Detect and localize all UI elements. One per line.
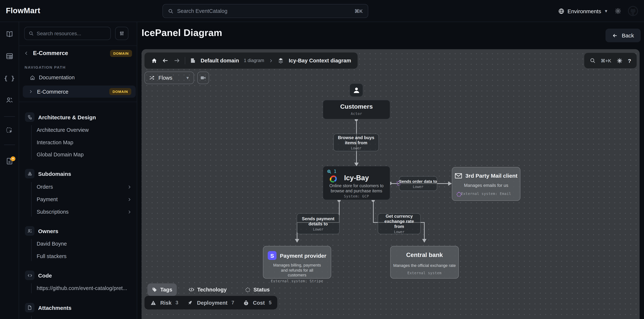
actor-person-chip[interactable] [350,83,363,97]
node-central-bank[interactable]: Central bank Manages the official exchan… [390,246,459,279]
sidebar-item-expandable[interactable]: Subscriptions [37,209,131,215]
nav-back-icon[interactable] [162,57,169,64]
flows-dropdown[interactable]: Flows ▼ [144,72,194,84]
global-search[interactable]: ⌘K [162,4,368,18]
sidebar-item-label: Documentation [39,75,75,80]
edge-order-arrow [448,181,452,186]
node-description: Manages billing, payments and refunds fo… [272,263,323,278]
edge-exchange-line-v1 [373,200,374,223]
sidebar-item[interactable]: David Boyne [37,241,67,247]
edge-label-browse[interactable]: Browse and buys items from Lower [333,134,379,151]
node-title: Central bank [390,251,458,258]
docs-book-icon[interactable] [6,30,13,38]
repo-link[interactable]: https://github.com/event-catalog/pret... [37,285,133,291]
sidebar-item-expandable[interactable]: Orders [37,184,131,190]
tab-technology[interactable]: Technology [184,283,231,296]
sidebar: E-Commerce DOMAIN NAVIGATION PATH Docume… [19,22,137,319]
arrow-left-icon [612,33,618,38]
filter-button[interactable] [115,27,128,40]
node-meta: Actor [323,112,390,116]
node-title: 3rd Party Mail client [466,173,517,179]
environments-label: Environments [568,8,601,14]
notification-badge: ✦ [11,156,16,161]
section-title: Code [38,272,52,278]
chevron-right-icon [127,210,131,214]
braces-code-icon[interactable]: { } [4,75,15,82]
node-meta: External system [390,271,458,275]
node-icy-bay[interactable]: 1 Icy-Bay Online store for customers to … [323,166,390,200]
purple-spinner-icon [456,192,461,197]
github-avatar[interactable] [628,6,638,16]
sidebar-item-ecommerce-current[interactable]: E-Commerce DOMAIN [23,86,136,98]
help-button[interactable]: ? [628,58,631,64]
chevron-right-icon [269,59,273,63]
code-icon [25,270,34,280]
edge-label-text: Browse and buys items from [337,135,376,145]
tab-status[interactable]: Status [240,283,274,296]
back-button[interactable]: Back [606,29,641,42]
sidebar-header-title: E-Commerce [33,50,106,57]
sidebar-item-expandable[interactable]: Payment [37,196,131,202]
person-icon [352,86,360,94]
globe-icon [558,8,564,14]
theme-toggle-sun-icon[interactable] [615,8,621,14]
sidebar-item[interactable]: Interaction Map [37,140,73,145]
edge-label-text: Get currency exchange rate from [381,214,417,229]
sidebar-header[interactable]: E-Commerce DOMAIN [24,49,132,58]
zoom-in-icon[interactable]: 1 [327,169,336,174]
diagram-canvas[interactable]: Default domain 1 diagram Icy-Bay Context… [142,49,640,319]
edge-label-exchange[interactable]: Get currency exchange rate from Lower [378,213,421,234]
badge-label[interactable]: Deployment [197,300,228,305]
users-icon[interactable] [6,96,13,104]
node-mail-client[interactable]: 3rd Party Mail client Manages emails for… [452,167,520,201]
video-button[interactable] [197,72,209,84]
badge-count: 3 [176,300,178,305]
page-title: IcePanel Diagram [142,27,222,39]
tab-tags[interactable]: Tags [148,283,177,296]
select-tool-icon[interactable] [6,127,13,135]
diagram-search-pill: ⌘+K ? [584,53,637,68]
edge-label-order[interactable]: Sends order data to Lower [399,176,437,191]
edge-label-meta: Lower [313,227,323,231]
breadcrumb-domain[interactable]: Default domain [200,58,239,64]
indent-guide [31,283,32,293]
breadcrumb-page[interactable]: Icy-Bay Context diagram [289,58,351,64]
rail-divider [4,116,15,117]
domain-building-icon [190,58,196,64]
section-attachments: Attachments [25,303,72,312]
chevron-right-icon [28,90,33,94]
node-meta: System: GCP [323,194,390,198]
node-meta: External system: Stripe [263,279,331,283]
gear-icon[interactable] [616,58,623,64]
dotted-circle-icon [245,287,250,292]
sidebar-item[interactable]: Full stackers [37,253,66,259]
zoom-count: 1 [334,169,336,174]
sidebar-item-documentation[interactable]: Documentation [30,75,75,80]
sidebar-search-input[interactable] [37,31,106,36]
domain-badge: DOMAIN [110,50,132,57]
badge-label[interactable]: Risk [160,300,172,305]
node-payment-provider[interactable]: S Payment provider Manages billing, paym… [263,246,331,279]
badge-label[interactable]: Cost [253,300,264,305]
global-search-input[interactable] [177,8,351,14]
environments-button[interactable]: Environments ▼ [558,8,608,14]
edge-label-text: Sends payment details to [300,216,336,226]
home-icon[interactable] [151,58,157,64]
tables-icon[interactable] [6,52,13,60]
sidebar-item[interactable]: Architecture Overview [37,127,89,133]
tab-label: Status [254,287,270,292]
section-subdomains: Subdomains [25,169,71,178]
sidebar-item[interactable]: Global Domain Map [37,152,84,157]
architecture-icon [25,112,34,122]
section-owners: Owners [25,226,58,236]
chevron-right-icon [127,185,131,189]
tag-badges-bar: Risk 3 Deployment 7 $ Cost 5 [144,296,278,309]
app-logo[interactable]: FlowMart [6,6,40,15]
edge-browse-arrow [354,163,359,166]
node-customers[interactable]: Customers Actor [323,100,390,119]
nav-forward-icon[interactable] [174,57,180,64]
sidebar-search[interactable] [24,27,111,40]
edge-exchange-arrow [422,239,426,243]
edge-label-payment[interactable]: Sends payment details to Lower [297,213,340,234]
search-icon[interactable] [590,58,596,64]
